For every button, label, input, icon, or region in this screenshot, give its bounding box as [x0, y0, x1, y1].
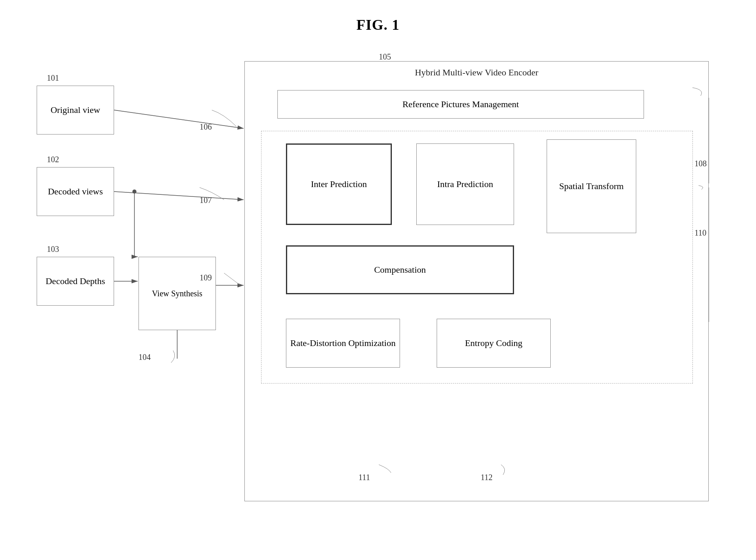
label-109: 109: [200, 273, 212, 282]
original-view-label: Original view: [51, 105, 100, 115]
spatial-transform-box: Spatial Transform: [547, 139, 636, 233]
decoded-depths-label: Decoded Depths: [46, 276, 105, 287]
decoded-views-label: Decoded views: [48, 186, 103, 197]
compensation-box: Compensation: [286, 245, 514, 294]
decoded-views-box: Decoded views: [37, 167, 114, 216]
label-107: 107: [200, 196, 212, 205]
original-view-box: Original view: [37, 86, 114, 134]
entropy-coding-box: Entropy Coding: [437, 319, 551, 368]
label-101: 101: [47, 73, 59, 83]
inner-area: Inter Prediction Intra Prediction Spatia…: [261, 131, 693, 384]
inter-prediction-label: Inter Prediction: [311, 179, 367, 190]
label-112: 112: [481, 473, 492, 482]
svg-line-3: [114, 192, 244, 200]
label-104: 104: [138, 353, 151, 362]
label-108: 108: [694, 159, 707, 168]
spatial-transform-label: Spatial Transform: [559, 181, 624, 192]
inter-prediction-box: Inter Prediction: [286, 143, 392, 225]
decoded-depths-box: Decoded Depths: [37, 257, 114, 306]
encoder-title: Hybrid Multi-view Video Encoder: [245, 62, 708, 82]
label-105: 105: [379, 52, 391, 62]
encoder-box: Hybrid Multi-view Video Encoder Referenc…: [244, 61, 709, 501]
ref-pics-label: Reference Pictures Management: [402, 99, 519, 110]
view-synthesis-label: View Synthesis: [152, 289, 202, 298]
intra-prediction-box: Intra Prediction: [416, 143, 514, 225]
page-title: FIG. 1: [0, 16, 756, 33]
entropy-coding-label: Entropy Coding: [465, 338, 522, 348]
compensation-label: Compensation: [374, 265, 426, 275]
svg-point-4: [132, 190, 136, 194]
view-synthesis-box: View Synthesis: [138, 257, 216, 330]
label-102: 102: [47, 155, 59, 164]
intra-prediction-label: Intra Prediction: [437, 179, 493, 190]
label-110: 110: [694, 228, 706, 238]
rate-distortion-label: Rate-Distortion Optimization: [290, 338, 396, 348]
label-111: 111: [358, 473, 370, 482]
svg-line-2: [114, 110, 244, 128]
ref-pics-box: Reference Pictures Management: [277, 90, 644, 119]
label-103: 103: [47, 245, 59, 254]
label-106: 106: [200, 122, 212, 132]
rate-distortion-box: Rate-Distortion Optimization: [286, 319, 400, 368]
